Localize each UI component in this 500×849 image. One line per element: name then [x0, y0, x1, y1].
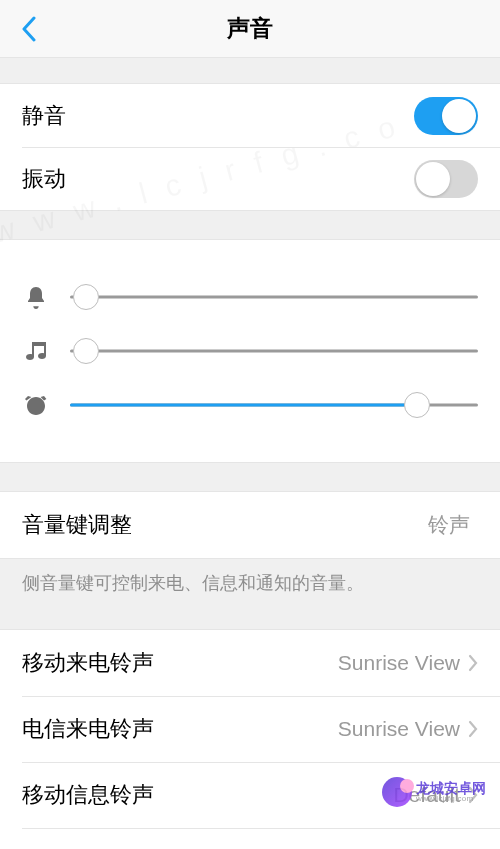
chevron-left-icon: [21, 16, 37, 42]
ringtone-value: Sunrise View: [338, 717, 460, 741]
alarm-volume-slider[interactable]: [70, 392, 478, 418]
ringtone-value: Default: [393, 783, 460, 807]
ringtone-group: 移动来电铃声 Sunrise View 电信来电铃声 Sunrise View …: [0, 629, 500, 849]
volume-key-group: 音量键调整 铃声: [0, 491, 500, 559]
chevron-right-icon: [468, 654, 478, 672]
mute-label: 静音: [22, 101, 414, 131]
ringtone-row-mobile-msg[interactable]: 移动信息铃声 Default: [0, 762, 500, 828]
ringtone-label: 电信来电铃声: [22, 714, 338, 744]
ringtone-row-mobile-call[interactable]: 移动来电铃声 Sunrise View: [0, 630, 500, 696]
bell-icon: [22, 285, 50, 309]
volume-key-note: 侧音量键可控制来电、信息和通知的音量。: [0, 559, 500, 615]
music-icon: [22, 340, 50, 362]
volume-key-value: 铃声: [428, 511, 470, 539]
chevron-right-icon: [468, 720, 478, 738]
ringtone-row-telecom-msg[interactable]: 电信信息铃声: [0, 828, 500, 849]
media-volume-row: [22, 330, 478, 372]
ringtone-value: Sunrise View: [338, 651, 460, 675]
ringtone-volume-row: [22, 276, 478, 318]
vibrate-switch[interactable]: [414, 160, 478, 198]
volume-key-row[interactable]: 音量键调整 铃声: [0, 492, 500, 558]
page-title: 声音: [0, 13, 500, 44]
back-button[interactable]: [14, 14, 44, 44]
alarm-volume-row: [22, 384, 478, 426]
alarm-icon: [22, 393, 50, 417]
nav-bar: 声音: [0, 0, 500, 58]
ringtone-label: 移动信息铃声: [22, 780, 393, 810]
ringtone-row-telecom-call[interactable]: 电信来电铃声 Sunrise View: [0, 696, 500, 762]
mute-row: 静音: [0, 84, 500, 147]
vibrate-row: 振动: [0, 147, 500, 210]
media-volume-slider[interactable]: [70, 338, 478, 364]
vibrate-label: 振动: [22, 164, 414, 194]
ringtone-volume-slider[interactable]: [70, 284, 478, 310]
ringtone-label: 移动来电铃声: [22, 648, 338, 678]
volume-key-label: 音量键调整: [22, 510, 428, 540]
chevron-right-icon: [468, 786, 478, 804]
volume-sliders-group: [0, 239, 500, 463]
mute-switch[interactable]: [414, 97, 478, 135]
switch-group: 静音 振动: [0, 83, 500, 211]
